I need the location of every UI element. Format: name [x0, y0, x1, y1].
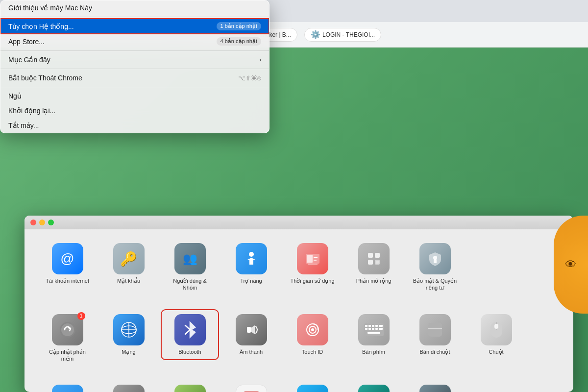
- icon-item-updates[interactable]: 1 Cập nhật phần mềm: [39, 310, 96, 367]
- menu-item-recent[interactable]: Mục Gần đây ›: [0, 52, 269, 67]
- icon-item-keyboard[interactable]: Bàn phím: [345, 310, 402, 359]
- icon-battery-box: ████: [174, 385, 206, 392]
- password-glyph: 🔑: [120, 251, 137, 267]
- svg-rect-2: [308, 264, 318, 265]
- svg-rect-32: [372, 328, 374, 330]
- menu-label-sleep: Ngủ: [8, 92, 22, 100]
- svg-rect-31: [368, 328, 371, 330]
- icon-label-icloud: Tài khoản internet: [46, 277, 89, 284]
- svg-rect-8: [368, 260, 373, 265]
- svg-rect-10: [376, 261, 379, 264]
- icon-item-trackpad[interactable]: Bàn di chuột: [407, 310, 463, 359]
- icons-row-2: 1 Cập nhật phần mềm Mạng: [39, 310, 559, 367]
- svg-rect-4: [314, 257, 318, 258]
- svg-rect-34: [379, 328, 383, 330]
- icon-item-accessibility[interactable]: Trợ năng: [223, 239, 279, 288]
- icon-timemachine-box: [358, 385, 390, 392]
- icon-label-accessibility: Trợ năng: [240, 277, 262, 284]
- icon-item-users[interactable]: 👥 Người dùng & Nhóm: [162, 239, 218, 295]
- icon-item-extensions[interactable]: Phần mở rộng: [345, 239, 402, 288]
- menu-shortcut-force-quit: ⌥⇧⌘⎋: [238, 74, 261, 82]
- icon-item-sharing[interactable]: Chia sẻ: [284, 381, 341, 392]
- tab-item-login[interactable]: ⚙️ LOGIN - THEGIOI...: [304, 28, 381, 42]
- network-icon: [120, 320, 138, 339]
- icon-sound-box: [236, 314, 267, 345]
- touchid-icon: [303, 320, 322, 339]
- icon-label-screentime: Thời gian sử dụng: [290, 277, 334, 284]
- svg-rect-6: [368, 253, 373, 258]
- svg-rect-20: [247, 327, 251, 333]
- tab-favicon-3: ⚙️: [311, 30, 320, 39]
- menu-label-sysprefs: Tùy chọn Hệ thống...: [8, 23, 74, 30]
- icon-label-password: Mật khẩu: [117, 277, 140, 284]
- icon-item-password[interactable]: 🔑 Mật khẩu: [100, 239, 157, 288]
- icon-item-security[interactable]: Bảo mật & Quyền riêng tư: [407, 239, 463, 295]
- users-glyph: 👥: [183, 252, 197, 266]
- menu-item-restart[interactable]: Khởi động lại...: [0, 103, 269, 118]
- icon-item-sound[interactable]: Âm thanh: [223, 310, 279, 359]
- menu-item-shutdown[interactable]: Tắt máy...: [0, 118, 269, 133]
- svg-rect-7: [375, 253, 380, 258]
- svg-rect-3: [307, 255, 313, 263]
- icon-item-mouse[interactable]: Chuột: [468, 310, 524, 359]
- apple-menu-overlay: Giới thiệu về máy Mac Này Tùy chọn Hệ th…: [0, 0, 294, 220]
- menu-divider-4: [0, 87, 269, 87]
- menu-label-recent: Mục Gần đây: [8, 56, 50, 64]
- icon-label-sound: Âm thanh: [240, 348, 263, 355]
- security-icon: [426, 250, 444, 268]
- menu-item-about[interactable]: Giới thiệu về máy Mac Này: [0, 0, 269, 15]
- menu-badge-appstore: 4 bản cập nhật: [217, 37, 261, 46]
- menu-label-restart: Khởi động lại...: [8, 107, 55, 115]
- sysprefs-content: @ Tài khoản internet 🔑 Mật khẩu 👥 Người …: [24, 229, 573, 392]
- svg-rect-27: [372, 325, 374, 327]
- screentime-icon: [304, 250, 321, 268]
- menu-item-sysprefs[interactable]: Tùy chọn Hệ thống... 1 bản cập nhật: [0, 19, 269, 34]
- icon-item-timemachine[interactable]: Time Machine: [345, 381, 402, 392]
- date-icon: 17 JUL: [241, 390, 262, 392]
- icon-item-date[interactable]: 17 JUL Ngày & Giờ: [223, 381, 279, 392]
- icon-disk-box: [419, 385, 451, 392]
- menu-label-shutdown: Tắt máy...: [8, 122, 39, 129]
- icon-label-bluetooth: Bluetooth: [178, 348, 201, 355]
- bluetooth-icon: [182, 320, 198, 339]
- icon-item-display[interactable]: Màn hình: [39, 381, 96, 392]
- icons-row-1: @ Tài khoản internet 🔑 Mật khẩu 👥 Người …: [39, 239, 559, 295]
- svg-point-11: [433, 256, 437, 260]
- icon-label-keyboard: Bàn phím: [362, 348, 385, 355]
- update-badge: 1: [77, 312, 85, 320]
- icon-item-icloud[interactable]: @ Tài khoản internet: [39, 239, 96, 288]
- icon-icloud-box: @: [52, 243, 83, 274]
- icon-bluetooth-box: [174, 314, 206, 345]
- svg-point-0: [249, 252, 254, 257]
- icon-item-battery[interactable]: ████ Pin: [162, 381, 218, 392]
- icon-item-network[interactable]: Mạng: [100, 310, 157, 359]
- icloud-glyph: @: [60, 251, 74, 267]
- icon-item-screentime[interactable]: Thời gian sử dụng: [284, 239, 341, 288]
- menu-item-sleep[interactable]: Ngủ: [0, 89, 269, 103]
- icons-row-3: Màn hình Máy in: [39, 381, 559, 392]
- icon-label-security: Bảo mật & Quyền riêng tư: [411, 277, 459, 292]
- icon-security-box: [419, 243, 451, 274]
- icon-item-touchid[interactable]: Touch ID: [284, 310, 341, 359]
- icon-item-printer[interactable]: Máy in: [100, 381, 157, 392]
- icon-touchid-box: [297, 314, 328, 345]
- svg-rect-25: [365, 325, 368, 327]
- icon-item-disk[interactable]: Disk Utility: [407, 381, 463, 392]
- accessibility-icon: [243, 250, 260, 268]
- icon-item-bluetooth[interactable]: Bluetooth: [162, 310, 218, 359]
- icon-extensions-box: [358, 243, 390, 274]
- svg-rect-12: [434, 259, 437, 263]
- tab-label-3: LOGIN - THEGIOI...: [322, 31, 375, 38]
- menu-label-appstore: App Store...: [8, 38, 45, 46]
- icon-label-trackpad: Bàn di chuột: [419, 348, 450, 355]
- icon-mouse-box: [481, 314, 512, 345]
- eye-icon: 👁: [565, 258, 577, 271]
- icon-screentime-box: [297, 243, 328, 274]
- menu-item-appstore[interactable]: App Store... 4 bản cập nhật: [0, 34, 269, 49]
- trackpad-icon: [426, 320, 444, 339]
- svg-rect-5: [314, 260, 317, 261]
- menu-divider-3: [0, 69, 269, 69]
- menu-item-force-quit[interactable]: Bắt buộc Thoát Chrome ⌥⇧⌘⎋: [0, 71, 269, 85]
- svg-rect-33: [375, 328, 378, 330]
- icon-keyboard-box: [358, 314, 390, 345]
